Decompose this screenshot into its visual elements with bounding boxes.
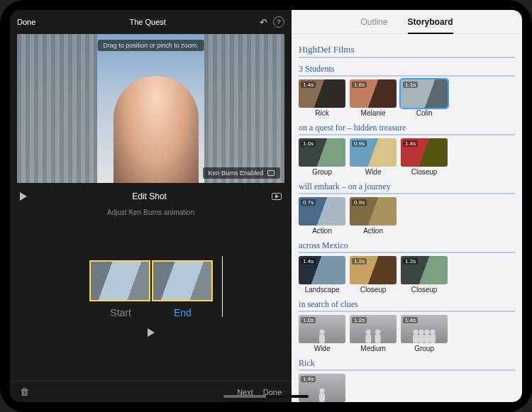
storyboard-section-head[interactable]: in search of clues <box>299 299 515 312</box>
svg-rect-5 <box>375 334 381 343</box>
undo-icon[interactable]: ↶ <box>260 17 267 28</box>
preview-bg-right <box>204 34 284 183</box>
clip-thumbnail[interactable]: 1.1s <box>401 79 448 108</box>
clip-caption: Wide <box>350 168 397 176</box>
home-indicator[interactable] <box>223 395 309 398</box>
kenburns-start-thumb[interactable] <box>89 260 150 301</box>
clip-duration: 1.2s <box>403 258 418 265</box>
svg-point-0 <box>319 329 324 334</box>
clip-thumbnail[interactable]: 1.4s <box>299 79 345 108</box>
storyboard-clip[interactable]: 1.4sGroup <box>401 315 448 352</box>
preview-viewport[interactable]: Drag to position or pinch to zoom. Ken B… <box>17 34 284 183</box>
edit-shot-hint: Adjust Ken Burns animation <box>10 208 292 216</box>
done-button[interactable]: Done <box>17 18 35 26</box>
tab-storyboard[interactable]: Storyboard <box>408 17 453 27</box>
svg-point-2 <box>366 329 371 334</box>
kenburns-end-label[interactable]: End <box>174 307 192 318</box>
play-icon[interactable] <box>20 192 27 201</box>
storyboard-clip[interactable]: 1.2sCloseup <box>350 256 397 294</box>
storyboard-clip[interactable]: 1.2sCloseup <box>401 256 448 294</box>
storyboard-clip[interactable]: 1.4sRick <box>299 79 345 117</box>
storyboard-section-head[interactable]: across Mexico <box>299 240 515 253</box>
clip-caption: Wide <box>299 345 345 352</box>
tab-outline[interactable]: Outline <box>361 17 388 27</box>
storyboard-clip[interactable]: 1.0sWide <box>299 315 345 352</box>
storyboard-clip-row: 1.0sWide1.2sMedium1.4sGroup <box>299 315 515 352</box>
storyboard-clip[interactable]: 1.0sGroup <box>299 138 345 176</box>
storyboard-section-head[interactable]: Rick <box>299 358 515 371</box>
project-title: The Quest <box>35 18 260 26</box>
storyboard-clip-row: 0.7sAction0.9sAction <box>299 197 515 235</box>
right-tabs: Outline Storyboard <box>292 10 522 34</box>
clip-duration: 1.4s <box>403 317 418 323</box>
svg-point-10 <box>424 329 429 334</box>
svg-point-8 <box>419 329 423 334</box>
clip-duration: 1.4s <box>403 140 418 147</box>
clip-duration: 1.0s <box>301 317 316 323</box>
slideshow-icon[interactable] <box>272 193 282 200</box>
storyboard-pane: Outline Storyboard HighDef Films 3 Stude… <box>292 10 522 402</box>
clip-thumbnail[interactable]: 1.4s <box>401 138 448 167</box>
storyboard-clip[interactable]: 0.7sAction <box>299 197 345 235</box>
svg-rect-11 <box>424 334 430 343</box>
clip-thumbnail[interactable]: 0.9s <box>350 138 397 167</box>
kenburns-playhead[interactable] <box>222 256 223 317</box>
clip-thumbnail[interactable]: 1.2s <box>350 256 397 284</box>
clip-thumbnail[interactable]: 1.4s <box>299 256 345 284</box>
clip-thumbnail[interactable]: 1.0s <box>299 138 345 167</box>
kenburns-start-label[interactable]: Start <box>110 307 131 318</box>
storyboard-section-head[interactable]: 3 Students <box>299 64 515 77</box>
clip-duration: 1.2s <box>352 317 367 323</box>
clip-thumbnail[interactable]: 1.4s <box>299 374 345 402</box>
clip-duration: 0.7s <box>301 199 316 206</box>
clip-thumbnail[interactable]: 0.7s <box>299 197 345 226</box>
kenburns-label: Ken Burns Enabled <box>209 169 264 177</box>
preview-bg-left <box>17 34 97 183</box>
storyboard-clip-row: 1.4sRick <box>299 374 515 402</box>
kenburns-editor: Start End <box>10 216 292 381</box>
svg-point-14 <box>319 388 324 393</box>
clip-caption: Closeup <box>401 168 448 176</box>
storyboard-clip[interactable]: 1.2sMedium <box>350 315 397 352</box>
clip-thumbnail[interactable]: 1.2s <box>350 315 397 343</box>
svg-rect-1 <box>319 334 325 343</box>
kenburns-play-icon[interactable] <box>148 328 155 337</box>
storyboard-clip-row: 1.4sLandscape1.2sCloseup1.2sCloseup <box>299 256 515 294</box>
storyboard-clip[interactable]: 1.6sMelanie <box>350 79 397 117</box>
storyboard-clip[interactable]: 0.9sAction <box>350 197 397 235</box>
clip-caption: Landscape <box>299 286 345 294</box>
svg-point-4 <box>375 329 380 334</box>
tablet-frame: Done The Quest ↶ ? Drag to position or p… <box>0 0 532 412</box>
clip-thumbnail[interactable]: 0.9s <box>350 197 397 226</box>
clip-caption: Group <box>401 345 448 352</box>
kenburns-end-thumb[interactable] <box>152 260 213 301</box>
svg-rect-7 <box>413 334 419 343</box>
clip-duration: 1.1s <box>403 82 418 88</box>
storyboard-clip[interactable]: 1.1sColin <box>401 79 448 117</box>
storyboard-clip[interactable]: 1.4sLandscape <box>299 256 345 294</box>
storyboard-project-title: HighDef Films <box>299 44 515 58</box>
clip-duration: 1.6s <box>352 82 367 88</box>
edit-shot-title: Edit Shot <box>132 191 167 201</box>
clip-thumbnail[interactable]: 1.2s <box>401 256 448 284</box>
storyboard-section-head[interactable]: on a quest for – hidden treasure <box>299 123 515 135</box>
storyboard-section-head[interactable]: will embark – on a journey <box>299 182 515 194</box>
clip-caption: Closeup <box>401 286 448 294</box>
svg-point-6 <box>413 329 418 334</box>
clip-duration: 1.0s <box>301 140 316 147</box>
kenburns-toggle-icon <box>267 170 275 176</box>
clip-thumbnail[interactable]: 1.4s <box>401 315 448 343</box>
storyboard-scroll[interactable]: HighDef Films 3 Students1.4sRick1.6sMela… <box>292 34 522 402</box>
clip-duration: 1.4s <box>301 376 316 382</box>
kenburns-track[interactable] <box>89 260 213 301</box>
storyboard-clip[interactable]: 0.9sWide <box>350 138 397 176</box>
storyboard-clip[interactable]: 1.4sRick <box>299 374 345 402</box>
kenburns-badge[interactable]: Ken Burns Enabled <box>203 167 281 179</box>
storyboard-clip[interactable]: 1.4sCloseup <box>401 138 448 176</box>
clip-thumbnail[interactable]: 1.0s <box>299 315 345 343</box>
clip-thumbnail[interactable]: 1.6s <box>350 79 397 108</box>
editor-topbar: Done The Quest ↶ ? <box>10 10 292 34</box>
help-icon[interactable]: ? <box>273 16 284 28</box>
trash-icon[interactable]: 🗑 <box>20 386 29 397</box>
clip-caption: Action <box>350 227 397 235</box>
